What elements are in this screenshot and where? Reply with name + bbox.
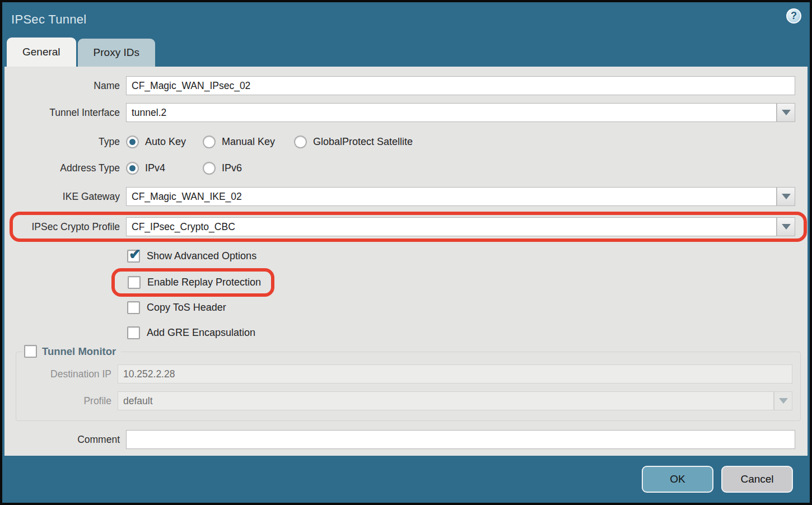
- comment-row: Comment: [4, 430, 808, 449]
- ike-gateway-input[interactable]: [126, 187, 777, 206]
- ike-gateway-row: IKE Gateway: [4, 187, 808, 206]
- dialog-footer: OK Cancel: [2, 456, 810, 503]
- enable-replay-protection-checkbox[interactable]: [128, 276, 141, 289]
- profile-row: Profile: [16, 391, 800, 410]
- type-label: Type: [4, 136, 120, 148]
- profile-dropdown-button: [774, 391, 792, 410]
- ipsec-tunnel-dialog: IPSec Tunnel ? General Proxy IDs Name Tu…: [2, 2, 810, 503]
- tab-general[interactable]: General: [7, 38, 76, 67]
- tunnel-monitor-checkbox[interactable]: [24, 345, 37, 358]
- address-type-row: Address Type IPv4 IPv6: [4, 162, 808, 175]
- ike-gateway-dropdown-button[interactable]: [777, 187, 795, 206]
- add-gre-encapsulation-row[interactable]: Add GRE Encapsulation: [127, 326, 808, 339]
- dialog-title: IPSec Tunnel: [11, 12, 86, 27]
- ike-gateway-label: IKE Gateway: [4, 191, 120, 203]
- show-advanced-options-row[interactable]: Show Advanced Options: [127, 250, 808, 263]
- title-bar: IPSec Tunnel ?: [2, 2, 810, 37]
- chevron-down-icon: [782, 110, 791, 115]
- destination-ip-input: [118, 364, 792, 384]
- destination-ip-row: Destination IP: [16, 364, 800, 384]
- radio-manual-key-icon[interactable]: [203, 135, 216, 148]
- comment-label: Comment: [4, 434, 120, 446]
- ipsec-crypto-profile-label: IPSec Crypto Profile: [4, 221, 120, 233]
- enable-replay-protection-highlight: Enable Replay Protection: [111, 268, 274, 297]
- name-row: Name: [4, 76, 808, 95]
- address-type-label: Address Type: [4, 162, 120, 174]
- name-label: Name: [4, 80, 120, 92]
- type-row: Type Auto Key Manual Key GlobalProtect S…: [4, 135, 808, 148]
- radio-ipv6-icon[interactable]: [203, 162, 216, 175]
- copy-tos-header-checkbox[interactable]: [127, 301, 140, 314]
- radio-globalprotect-satellite[interactable]: GlobalProtect Satellite: [294, 135, 413, 148]
- chevron-down-icon: [782, 224, 791, 230]
- tunnel-interface-input[interactable]: [126, 103, 777, 122]
- tunnel-monitor-label: Tunnel Monitor: [42, 345, 116, 358]
- help-icon[interactable]: ?: [786, 8, 801, 24]
- tab-proxy-ids[interactable]: Proxy IDs: [78, 39, 155, 67]
- radio-ipv6[interactable]: IPv6: [203, 162, 242, 175]
- comment-input[interactable]: [126, 430, 795, 449]
- destination-ip-label: Destination IP: [16, 368, 111, 380]
- name-input[interactable]: [126, 76, 795, 95]
- tunnel-monitor-group: Tunnel Monitor Destination IP Profile: [16, 352, 801, 421]
- radio-manual-key[interactable]: Manual Key: [203, 135, 294, 148]
- ipsec-crypto-profile-dropdown-button[interactable]: [777, 217, 795, 236]
- ok-button[interactable]: OK: [642, 466, 713, 493]
- copy-tos-header-row[interactable]: Copy ToS Header: [127, 301, 808, 314]
- show-advanced-options-checkbox[interactable]: [127, 250, 140, 263]
- radio-auto-key[interactable]: Auto Key: [126, 135, 203, 148]
- ipsec-crypto-profile-row: IPSec Crypto Profile: [4, 217, 808, 236]
- radio-ipv4-icon[interactable]: [126, 162, 139, 175]
- tunnel-interface-label: Tunnel Interface: [4, 107, 120, 119]
- tunnel-interface-dropdown-button[interactable]: [777, 103, 795, 122]
- tab-general-label: General: [22, 46, 60, 58]
- ipsec-crypto-profile-input[interactable]: [126, 217, 777, 236]
- tab-proxy-ids-label: Proxy IDs: [94, 46, 139, 59]
- tunnel-monitor-legend: Tunnel Monitor: [23, 345, 121, 358]
- profile-input: [118, 391, 774, 410]
- chevron-down-icon: [782, 194, 791, 199]
- profile-label: Profile: [16, 395, 111, 407]
- radio-auto-key-icon[interactable]: [126, 135, 139, 148]
- add-gre-encapsulation-checkbox[interactable]: [127, 326, 140, 339]
- cancel-button[interactable]: Cancel: [721, 466, 793, 493]
- tab-bar: General Proxy IDs: [2, 37, 810, 67]
- chevron-down-icon: [779, 398, 788, 404]
- radio-ipv4[interactable]: IPv4: [126, 162, 203, 175]
- general-tab-panel: Name Tunnel Interface Type Auto Key: [4, 67, 808, 456]
- radio-globalprotect-satellite-icon[interactable]: [294, 135, 307, 148]
- tunnel-interface-row: Tunnel Interface: [4, 103, 808, 122]
